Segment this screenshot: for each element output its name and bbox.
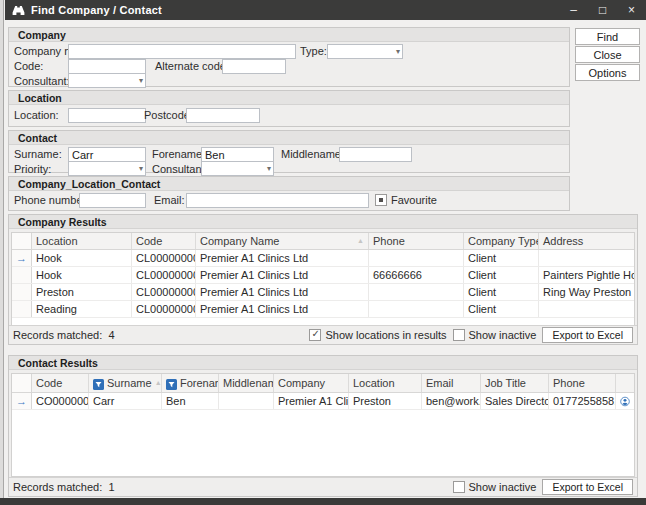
contact-consultant-label: Consultant:: [152, 162, 208, 177]
column-header-surname[interactable]: Surname▲: [89, 374, 162, 392]
column-header-location[interactable]: Location: [32, 233, 132, 249]
maximize-button[interactable]: □: [588, 0, 617, 20]
surname-input[interactable]: [68, 147, 146, 162]
company-results-grid: Location Code Company Name▲ Phone Compan…: [11, 232, 635, 326]
company-consultant-dropdown[interactable]: ▾: [68, 73, 146, 88]
binoculars-icon: [12, 5, 25, 16]
export-to-excel-button[interactable]: Export to Excel: [542, 327, 633, 343]
chevron-down-icon: ▾: [396, 45, 400, 58]
column-header-company-type[interactable]: Company Type: [464, 233, 539, 249]
column-header-phone[interactable]: Phone: [369, 233, 464, 249]
background-window-edge: [0, 0, 4, 505]
phone-number-label: Phone number:: [14, 193, 89, 208]
row-indicator-icon: →: [12, 393, 32, 409]
show-inactive-label: Show inactive: [469, 329, 537, 341]
type-label: Type:: [300, 44, 327, 59]
table-row[interactable]: → CO0000000... Carr Ben Premier A1 Clini…: [12, 393, 634, 410]
close-button[interactable]: Close: [575, 46, 640, 63]
column-header-forename[interactable]: Forename: [162, 374, 219, 392]
sort-icon: ▲: [155, 375, 162, 391]
contact-consultant-dropdown[interactable]: ▾: [201, 161, 274, 176]
priority-label: Priority:: [14, 162, 51, 177]
location-section: Location Location: Postcode:: [8, 90, 570, 127]
person-circle-icon[interactable]: [616, 393, 634, 409]
company-results-section: Company Results Location Code Company Na…: [8, 214, 638, 345]
show-locations-label: Show locations in results: [325, 329, 446, 341]
column-header-code[interactable]: Code: [32, 374, 89, 392]
middlename-label: Middlename:: [281, 147, 344, 162]
show-inactive-checkbox-group[interactable]: Show inactive: [453, 481, 537, 493]
forename-input[interactable]: [201, 147, 274, 162]
column-header-phone[interactable]: Phone: [549, 374, 616, 392]
records-matched-label: Records matched: 4: [13, 329, 115, 341]
email-label: Email:: [154, 193, 185, 208]
company-section-title: Company: [9, 28, 569, 42]
favourite-label: Favourite: [391, 193, 437, 208]
title-bar: Find Company / Contact – □ ×: [5, 0, 646, 20]
location-label: Location:: [14, 108, 59, 123]
forename-label: Forename:: [152, 147, 205, 162]
dialog-body: Find Close Options Company Company name:…: [5, 20, 646, 498]
contact-section: Contact Surname: Forename: Middlename: P…: [8, 130, 570, 173]
code-input[interactable]: [68, 59, 146, 74]
surname-label: Surname:: [14, 147, 62, 162]
postcode-input[interactable]: [186, 108, 260, 123]
column-header-company-name[interactable]: Company Name▲: [196, 233, 369, 249]
company-section: Company Company name: Type: ▾ Code: Alte…: [8, 27, 570, 87]
close-icon[interactable]: ×: [617, 0, 646, 20]
contact-results-grid: Code Surname▲ Forename Middlename Compan…: [11, 373, 635, 477]
column-header-job-title[interactable]: Job Title: [481, 374, 549, 392]
screen: Find Company / Contact – □ × Find Close …: [0, 0, 646, 505]
location-section-title: Location: [9, 91, 569, 105]
chevron-down-icon: ▾: [267, 162, 271, 175]
column-header-code[interactable]: Code: [132, 233, 196, 249]
table-row[interactable]: Hook CL0000000011 Premier A1 Clinics Ltd…: [12, 267, 634, 284]
column-header-address[interactable]: Address: [539, 233, 634, 249]
contact-results-section: Contact Results Code Surname▲ Forename M…: [8, 355, 638, 497]
show-locations-checkbox-group[interactable]: Show locations in results: [309, 329, 446, 341]
records-matched-count: 1: [108, 481, 114, 493]
alternate-code-input[interactable]: [222, 59, 286, 74]
email-input[interactable]: [186, 193, 369, 208]
table-row[interactable]: Preston CL0000000011 Premier A1 Clinics …: [12, 284, 634, 301]
records-matched-count: 4: [108, 329, 114, 341]
show-inactive-checkbox[interactable]: [453, 329, 465, 341]
company-results-footer: Records matched: 4 Show locations in res…: [9, 325, 637, 344]
show-inactive-checkbox[interactable]: [453, 481, 465, 493]
favourite-checkbox[interactable]: [375, 194, 387, 206]
table-row[interactable]: → Hook CL0000000011 Premier A1 Clinics L…: [12, 250, 634, 267]
records-matched-label: Records matched: 1: [13, 481, 115, 493]
sort-icon: ▲: [357, 233, 364, 249]
priority-dropdown[interactable]: ▾: [68, 161, 146, 176]
filter-icon[interactable]: [93, 378, 104, 389]
column-header-company[interactable]: Company: [274, 374, 349, 392]
filter-icon[interactable]: [166, 378, 177, 389]
find-button[interactable]: Find: [575, 28, 640, 45]
phone-number-input[interactable]: [79, 193, 146, 208]
options-button[interactable]: Options: [575, 64, 640, 81]
minimize-button[interactable]: –: [559, 0, 588, 20]
company-name-input[interactable]: [68, 44, 296, 59]
table-row[interactable]: Reading CL0000000011 Premier A1 Clinics …: [12, 301, 634, 318]
middlename-input[interactable]: [339, 147, 412, 162]
column-header-email[interactable]: Email: [422, 374, 481, 392]
column-header-middlename[interactable]: Middlename: [219, 374, 274, 392]
company-results-title: Company Results: [9, 215, 637, 229]
company-results-header-row: Location Code Company Name▲ Phone Compan…: [12, 233, 634, 250]
window-title: Find Company / Contact: [31, 4, 559, 16]
column-header-location[interactable]: Location: [349, 374, 422, 392]
export-to-excel-button[interactable]: Export to Excel: [542, 479, 633, 495]
chevron-down-icon: ▾: [139, 162, 143, 175]
show-inactive-label: Show inactive: [469, 481, 537, 493]
show-locations-checkbox[interactable]: [309, 329, 321, 341]
contact-results-footer: Records matched: 1 Show inactive Export …: [9, 477, 637, 496]
background-window-strip: [0, 498, 646, 505]
alternate-code-label: Alternate code:: [155, 59, 229, 74]
row-indicator-icon: →: [12, 250, 32, 266]
chevron-down-icon: ▾: [139, 74, 143, 87]
location-input[interactable]: [68, 108, 146, 123]
contact-section-title: Contact: [9, 131, 569, 145]
contact-results-header-row: Code Surname▲ Forename Middlename Compan…: [12, 374, 634, 393]
show-inactive-checkbox-group[interactable]: Show inactive: [453, 329, 537, 341]
type-dropdown[interactable]: ▾: [327, 44, 403, 59]
